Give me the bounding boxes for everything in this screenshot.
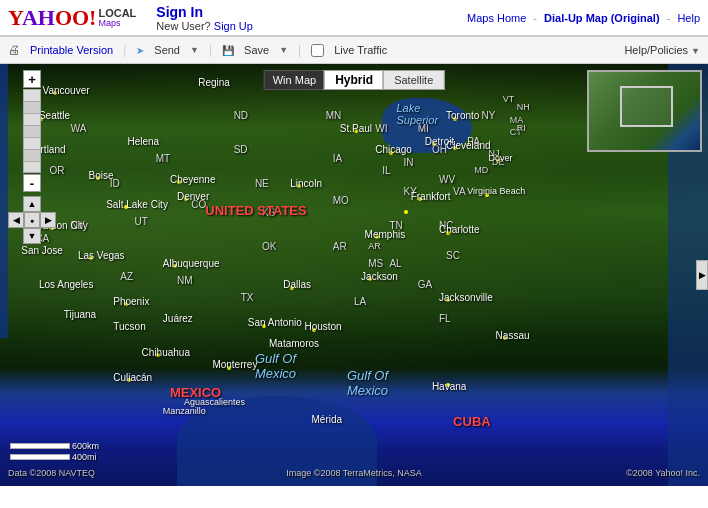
map-copyright-yahoo: ©2008 Yahoo! Inc. — [626, 468, 700, 478]
winmap-button[interactable]: Win Map — [264, 70, 324, 90]
zoom-tick-7[interactable] — [23, 161, 41, 173]
label-wi: WI — [375, 123, 387, 134]
zoom-tick-5[interactable] — [23, 137, 41, 149]
label-stpaul: St.Paul — [340, 123, 372, 134]
label-saltlake: Salt Lake City — [106, 199, 168, 210]
zoom-tick-3[interactable] — [23, 113, 41, 125]
hybrid-button[interactable]: Hybrid — [324, 70, 383, 90]
label-jacksonville: Jacksonville — [439, 292, 493, 303]
label-al: AL — [389, 258, 401, 269]
label-il: IL — [382, 165, 390, 176]
toolbar: 🖨 Printable Version | ➤ Send ▼ | 💾 Save … — [0, 36, 708, 64]
label-denver: Denver — [177, 191, 209, 202]
save-dropdown[interactable]: ▼ — [279, 45, 288, 55]
label-cheyenne: Cheyenne — [170, 174, 216, 185]
pan-down-button[interactable]: ▼ — [23, 228, 41, 244]
label-chihuahua: Chihuahua — [142, 347, 190, 358]
label-ar-state: AR — [368, 241, 381, 251]
maps-home-link[interactable]: Maps Home — [467, 12, 526, 24]
label-losangeles: Los Angeles — [39, 279, 94, 290]
label-monterrey: Monterrey — [212, 359, 257, 370]
zoom-out-button[interactable]: - — [23, 174, 41, 192]
label-matamoros: Matamoros — [269, 338, 319, 349]
satellite-button[interactable]: Satellite — [383, 70, 444, 90]
pan-right-button[interactable]: ▶ — [40, 212, 56, 228]
signup-link[interactable]: Sign Up — [214, 20, 253, 32]
label-houston: Houston — [304, 321, 341, 332]
label-gulf-mexico-1: Gulf OfMexico — [255, 351, 296, 381]
yahoo-logo: YAHOO! — [8, 5, 96, 31]
dialup-link[interactable]: Dial-Up Map (Original) — [544, 12, 660, 24]
map-view-buttons: Win Map Hybrid Satellite — [264, 70, 445, 90]
local-label: LOCAL — [98, 8, 136, 19]
send-dropdown[interactable]: ▼ — [190, 45, 199, 55]
pan-up-button[interactable]: ▲ — [23, 196, 41, 212]
label-sanantonio: San Antonio — [248, 317, 302, 328]
label-dover: Dover — [489, 153, 513, 163]
mini-map[interactable] — [587, 70, 702, 152]
label-mt: MT — [156, 153, 170, 164]
label-la: LA — [354, 296, 366, 307]
pan-left-button[interactable]: ◀ — [8, 212, 24, 228]
label-nh: NH — [517, 102, 530, 112]
label-mn: MN — [326, 110, 342, 121]
label-tucson: Tucson — [113, 321, 145, 332]
separator2: - — [667, 12, 671, 24]
label-wv: WV — [439, 174, 455, 185]
send-icon: ➤ — [136, 45, 144, 56]
label-tijuana: Tijuana — [64, 309, 96, 320]
label-charlotte: Charlotte — [439, 224, 480, 235]
toolbar-sep3: | — [298, 43, 301, 57]
save-button[interactable]: Save — [244, 44, 269, 56]
scale-mi-label: 400mi — [72, 452, 97, 462]
zoom-tick-2[interactable] — [23, 101, 41, 113]
label-regina: Regina — [198, 77, 230, 88]
label-cuba: CUBA — [453, 414, 491, 429]
label-va: VA — [453, 186, 466, 197]
label-id: ID — [110, 178, 120, 189]
label-united-states: UNITED STATES — [205, 203, 306, 218]
live-traffic-label[interactable]: Live Traffic — [334, 44, 387, 56]
toolbar-sep1: | — [123, 43, 126, 57]
map-container[interactable]: Win Map Hybrid Satellite + - ▲ ◀ ● ▶ ▼ — [0, 64, 708, 486]
label-juarez: Juárez — [163, 313, 193, 324]
zoom-tick-1[interactable] — [23, 89, 41, 101]
zoom-controls: + - ▲ ◀ ● ▶ ▼ — [8, 70, 56, 244]
pan-center-button[interactable]: ● — [24, 212, 40, 228]
label-fl: FL — [439, 313, 451, 324]
zoom-tick-6[interactable] — [23, 149, 41, 161]
send-button[interactable]: Send — [154, 44, 180, 56]
label-merida: Mérida — [312, 414, 343, 425]
live-traffic-checkbox[interactable] — [311, 44, 324, 57]
map-copyright-image: Image ©2008 TerraMetrics, NASA — [286, 468, 422, 478]
signin-area: Sign In New User? Sign Up — [156, 4, 253, 32]
label-gulf-mexico-2: Gulf OfMexico — [347, 368, 388, 398]
save-icon: 💾 — [222, 45, 234, 56]
header-right: Maps Home - Dial-Up Map (Original) - Hel… — [467, 12, 700, 24]
print-button[interactable]: Printable Version — [30, 44, 113, 56]
help-policies-btn[interactable]: Help/Policies ▼ — [624, 44, 700, 56]
label-virginia-beach: Virginia Beach — [467, 186, 525, 196]
toolbar-sep2: | — [209, 43, 212, 57]
label-lake-superior: LakeSuperior — [396, 102, 438, 126]
label-nassau: Nassau — [496, 330, 530, 341]
help-header-link[interactable]: Help — [677, 12, 700, 24]
label-mo: MO — [333, 195, 349, 206]
signin-link[interactable]: Sign In — [156, 4, 203, 20]
zoom-slider[interactable] — [23, 89, 41, 173]
label-ri: RI — [517, 123, 526, 133]
print-icon: 🖨 — [8, 43, 20, 57]
zoom-tick-4[interactable] — [23, 125, 41, 137]
help-policies-dropdown[interactable]: ▼ — [691, 46, 700, 56]
label-sc: SC — [446, 250, 460, 261]
label-culiacan: Culiacán — [113, 372, 152, 383]
scroll-right-arrow[interactable]: ▶ — [696, 260, 708, 290]
zoom-in-button[interactable]: + — [23, 70, 41, 88]
mini-map-viewport — [620, 86, 673, 127]
header: YAHOO! LOCAL Maps Sign In New User? Sign… — [0, 0, 708, 36]
maps-label: Maps — [98, 19, 136, 28]
map-copyright-navteq: Data ©2008 NAVTEQ — [8, 468, 95, 478]
label-ga: GA — [418, 279, 432, 290]
label-ok: OK — [262, 241, 276, 252]
label-helena: Helena — [127, 136, 159, 147]
